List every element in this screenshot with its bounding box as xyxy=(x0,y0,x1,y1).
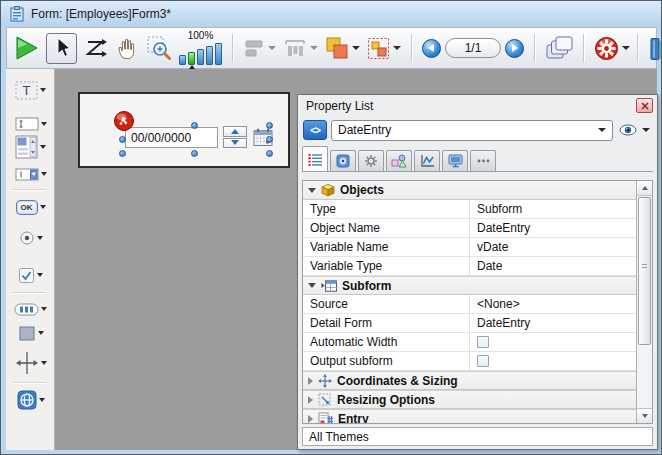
tab-events[interactable] xyxy=(414,150,440,171)
output-subform-checkbox[interactable] xyxy=(477,355,489,367)
form-pages-button[interactable] xyxy=(545,35,573,61)
section-objects[interactable]: Objects xyxy=(303,181,636,200)
run-form-button[interactable] xyxy=(14,35,39,61)
tab-data[interactable] xyxy=(330,150,356,171)
zoom-bar-1[interactable] xyxy=(179,55,186,65)
tab-objects[interactable] xyxy=(386,150,412,171)
combo-box-dropdown-icon[interactable] xyxy=(41,172,47,176)
button-grid-dropdown-icon[interactable] xyxy=(41,307,47,311)
list-box-dropdown-icon[interactable] xyxy=(40,145,46,149)
toolbar-separator xyxy=(583,34,584,62)
zoom-marker-icon xyxy=(189,65,195,69)
property-scrollbar[interactable] xyxy=(636,181,652,423)
prop-row-variable-type: Variable Type Date xyxy=(303,257,636,276)
selection-handle[interactable] xyxy=(266,136,273,143)
property-list-titlebar[interactable]: Property List xyxy=(298,95,657,116)
checkbox-tool[interactable] xyxy=(8,263,53,287)
scrollbar-thumb[interactable] xyxy=(638,197,651,345)
object-selector-dropdown[interactable]: DateEntry xyxy=(331,120,613,141)
zoom-level-control[interactable]: 100% xyxy=(179,31,222,65)
property-value[interactable]: DateEntry xyxy=(469,314,636,332)
data-tab-icon xyxy=(336,154,350,168)
property-value[interactable]: Subform xyxy=(469,200,636,218)
combo-box-tool[interactable] xyxy=(8,162,53,186)
form-page[interactable]: 00/00/0000 xyxy=(78,92,290,168)
tab-gear[interactable] xyxy=(358,150,384,171)
align-tools-button[interactable] xyxy=(243,38,276,58)
align-dropdown-icon[interactable] xyxy=(268,46,276,50)
splitter-tool[interactable] xyxy=(8,349,53,377)
selection-handle[interactable] xyxy=(191,122,198,129)
code-icon[interactable]: <> xyxy=(303,120,327,140)
entry-order-tool-button[interactable] xyxy=(84,36,108,60)
duplicate-dropdown-icon[interactable] xyxy=(393,46,401,50)
rectangle-icon xyxy=(18,325,36,342)
form-properties-dropdown-icon[interactable] xyxy=(622,46,630,50)
selection-handle[interactable] xyxy=(119,150,126,157)
input-field-dropdown-icon[interactable] xyxy=(41,122,47,126)
property-value[interactable]: DateEntry xyxy=(469,219,636,237)
static-text-tool[interactable]: T xyxy=(8,78,53,102)
distribute-tools-button[interactable] xyxy=(283,38,318,58)
property-tabs xyxy=(302,146,653,172)
window-titlebar[interactable]: Form: [Employees]Form3* xyxy=(1,1,661,27)
static-text-dropdown-icon[interactable] xyxy=(40,88,46,92)
subform-badge-icon[interactable] xyxy=(113,110,135,132)
button-tool[interactable]: OK xyxy=(8,195,53,219)
duplicate-tools-button[interactable] xyxy=(367,37,401,60)
rectangle-tool[interactable] xyxy=(8,321,53,345)
section-entry[interactable]: Entry xyxy=(303,409,636,423)
property-name: Variable Type xyxy=(303,257,469,275)
zoom-bar-4[interactable] xyxy=(206,46,213,65)
automatic-width-checkbox[interactable] xyxy=(477,336,489,348)
scroll-up-button[interactable] xyxy=(637,181,652,196)
page-indicator[interactable]: 1/1 xyxy=(445,38,501,58)
view-options-button[interactable] xyxy=(617,124,652,136)
section-coordinates-sizing[interactable]: Coordinates & Sizing xyxy=(303,371,636,390)
level-dropdown-icon[interactable] xyxy=(352,46,360,50)
selection-handle[interactable] xyxy=(191,150,198,157)
tab-more[interactable] xyxy=(470,150,496,171)
tab-property-list[interactable] xyxy=(302,146,328,171)
stepper-down-button[interactable] xyxy=(223,138,247,149)
web-area-dropdown-icon[interactable] xyxy=(39,398,45,402)
property-value[interactable]: <None> xyxy=(469,295,636,313)
previous-page-button[interactable] xyxy=(422,39,441,58)
zoom-bars[interactable] xyxy=(179,42,222,65)
stepper-up-button[interactable] xyxy=(223,126,247,137)
radio-button-tool[interactable] xyxy=(8,226,53,250)
section-label: Entry xyxy=(338,412,369,424)
property-value[interactable]: vDate xyxy=(469,238,636,256)
checkbox-dropdown-icon[interactable] xyxy=(37,273,43,277)
selection-handle[interactable] xyxy=(119,136,126,143)
distribute-dropdown-icon[interactable] xyxy=(310,46,318,50)
date-entry-field[interactable]: 00/00/0000 xyxy=(125,127,218,148)
zoom-bar-3[interactable] xyxy=(197,49,204,65)
zoom-tool-button[interactable] xyxy=(146,35,172,61)
next-page-button[interactable] xyxy=(505,39,524,58)
zoom-bar-5[interactable] xyxy=(215,43,222,65)
selection-handle[interactable] xyxy=(266,122,273,129)
form-properties-button[interactable] xyxy=(594,36,630,61)
rectangle-dropdown-icon[interactable] xyxy=(38,331,44,335)
close-button[interactable] xyxy=(636,98,653,113)
collapse-icon xyxy=(308,377,313,385)
level-tools-button[interactable] xyxy=(325,36,360,60)
splitter-dropdown-icon[interactable] xyxy=(41,361,47,365)
radio-button-dropdown-icon[interactable] xyxy=(37,236,43,240)
button-grid-tool[interactable] xyxy=(8,297,53,321)
button-dropdown-icon[interactable] xyxy=(40,205,46,209)
web-area-tool[interactable] xyxy=(8,388,53,412)
list-box-tool[interactable] xyxy=(8,133,53,161)
tab-display[interactable] xyxy=(442,150,468,171)
property-value[interactable]: Date xyxy=(469,257,636,275)
selection-handle[interactable] xyxy=(266,150,273,157)
explorer-button[interactable] xyxy=(648,36,662,61)
hand-tool-button[interactable] xyxy=(115,36,139,60)
section-resizing-options[interactable]: Resizing Options xyxy=(303,390,636,409)
section-subform[interactable]: Subform xyxy=(303,276,636,295)
selection-tool-button[interactable] xyxy=(46,33,77,64)
scroll-down-button[interactable] xyxy=(637,408,652,423)
zoom-bar-current[interactable] xyxy=(188,52,195,65)
themes-filter[interactable]: All Themes xyxy=(302,427,653,446)
